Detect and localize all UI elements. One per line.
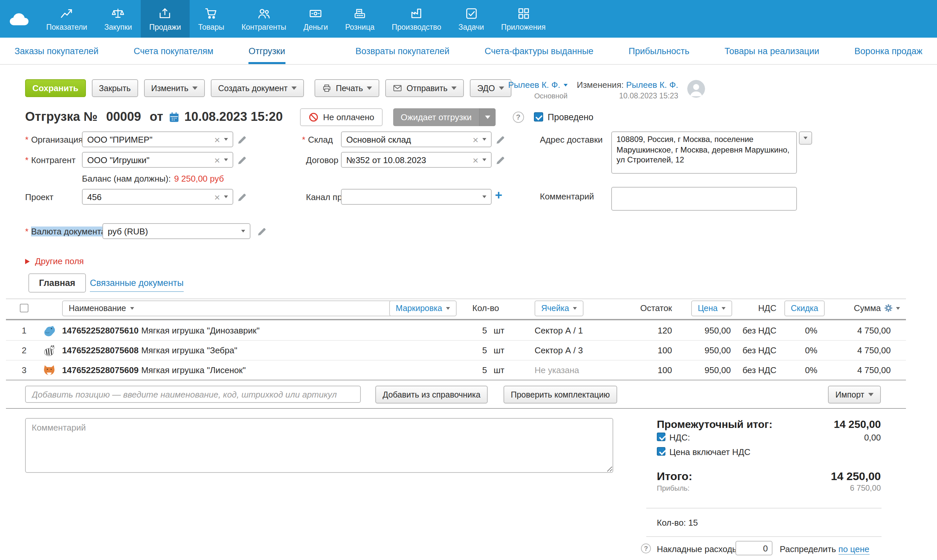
product-thumbnail-fox[interactable] bbox=[42, 363, 62, 377]
overhead-label: Накладные расходы bbox=[657, 544, 738, 554]
clear-icon[interactable]: × bbox=[473, 134, 478, 144]
nav-indicators[interactable]: Показатели bbox=[38, 0, 96, 38]
create-document-button[interactable]: Создать документ bbox=[211, 79, 304, 97]
clear-icon[interactable]: × bbox=[214, 134, 220, 144]
document-number[interactable]: 00009 bbox=[106, 109, 141, 124]
tab-main[interactable]: Главная bbox=[28, 273, 86, 292]
nav-money[interactable]: Деньги bbox=[295, 0, 336, 38]
delivery-address-expand-button[interactable] bbox=[799, 131, 812, 145]
save-button[interactable]: Сохранить bbox=[25, 79, 86, 97]
vat-checkbox[interactable] bbox=[657, 432, 666, 441]
profit-value: 6 750,00 bbox=[850, 483, 881, 493]
other-fields-toggle[interactable]: Другие поля bbox=[25, 256, 84, 266]
position-row[interactable]: 3 1476522528075609Мягкая игрушка "Лисено… bbox=[6, 360, 906, 380]
organization-select[interactable]: ООО "ПРИМЕР" × bbox=[82, 131, 233, 147]
nav-retail[interactable]: Розница bbox=[337, 0, 383, 38]
column-cell-button[interactable]: Ячейка bbox=[535, 300, 584, 316]
chevron-down-icon bbox=[721, 307, 726, 309]
user-menu[interactable]: Рылеев К. Ф. bbox=[508, 80, 568, 90]
column-price-button[interactable]: Цена bbox=[691, 300, 732, 316]
currency-select[interactable]: руб (RUB) bbox=[102, 223, 250, 239]
document-comment-textarea[interactable] bbox=[25, 418, 613, 473]
add-from-catalog-button[interactable]: Добавить из справочника bbox=[375, 386, 488, 403]
nav-goods[interactable]: Товары bbox=[190, 0, 233, 38]
select-all-checkbox[interactable] bbox=[20, 304, 28, 312]
edit-organization-icon[interactable] bbox=[237, 135, 247, 145]
nav-counterparties[interactable]: Контрагенты bbox=[233, 0, 295, 38]
chevron-down-icon bbox=[451, 86, 456, 90]
balance-value: 9 250,00 руб bbox=[174, 174, 224, 183]
state-dropdown[interactable] bbox=[479, 108, 496, 126]
subnav-customer-returns[interactable]: Возвраты покупателей bbox=[356, 38, 450, 64]
check-kit-button[interactable]: Проверить комплектацию bbox=[504, 386, 617, 403]
chevron-down-icon bbox=[573, 307, 577, 309]
document-state-button[interactable]: Ожидает отгрузки bbox=[393, 108, 496, 126]
edit-project-icon[interactable] bbox=[237, 192, 247, 203]
nav-production[interactable]: Производство bbox=[383, 0, 450, 38]
overhead-help-icon[interactable]: ? bbox=[641, 543, 651, 553]
project-select[interactable]: 456 × bbox=[82, 189, 233, 205]
contract-select[interactable]: №352 от 10.08.2023 × bbox=[341, 152, 492, 168]
tab-related-documents[interactable]: Связанные документы bbox=[90, 278, 184, 292]
clear-icon[interactable]: × bbox=[473, 155, 478, 165]
edit-counterparty-icon[interactable] bbox=[237, 155, 247, 166]
counterparty-select[interactable]: ООО "Игрушки" × bbox=[82, 152, 233, 168]
calendar-icon[interactable] bbox=[168, 111, 180, 123]
nav-sales[interactable]: Продажи bbox=[141, 0, 190, 38]
nav-apps[interactable]: Приложения bbox=[493, 0, 555, 38]
app-logo[interactable] bbox=[0, 0, 38, 38]
warehouse-select[interactable]: Основной склад × bbox=[341, 131, 492, 147]
subnav-customer-orders[interactable]: Заказы покупателей bbox=[15, 38, 99, 64]
print-button[interactable]: Печать bbox=[315, 79, 380, 97]
changes-user-link[interactable]: Рылеев К. Ф. bbox=[626, 80, 678, 90]
clear-icon[interactable]: × bbox=[214, 192, 220, 202]
price-includes-vat-label: Цена включает НДС bbox=[669, 447, 751, 457]
chevron-down-icon bbox=[446, 307, 450, 309]
subnav-sales-funnel[interactable]: Воронка продаж bbox=[854, 38, 922, 64]
edit-currency-icon[interactable] bbox=[256, 226, 267, 237]
totals-divider bbox=[646, 508, 882, 509]
subnav-shipments[interactable]: Отгрузки bbox=[248, 38, 285, 64]
current-user: Рылеев К. Ф. Основной bbox=[508, 80, 568, 100]
product-thumbnail-dino[interactable] bbox=[42, 323, 62, 337]
edit-warehouse-icon[interactable] bbox=[495, 135, 505, 145]
position-row[interactable]: 2 1476522528075608Мягкая игрушка "Зебра"… bbox=[6, 340, 906, 360]
add-position-input[interactable] bbox=[25, 386, 361, 403]
delivery-address-field[interactable]: 108809, Россия, г Москва, поселение Мару… bbox=[611, 131, 797, 174]
subnav-consignment-goods[interactable]: Товары на реализации bbox=[724, 38, 819, 64]
close-button[interactable]: Закрыть bbox=[91, 79, 138, 97]
subnav-customer-invoices[interactable]: Счета покупателям bbox=[134, 38, 213, 64]
nav-tasks[interactable]: Задачи bbox=[450, 0, 493, 38]
clear-icon[interactable]: × bbox=[214, 155, 220, 165]
column-name-button[interactable]: Наименование bbox=[62, 300, 393, 316]
subnav-issued-invoices[interactable]: Счета-фактуры выданные bbox=[485, 38, 593, 64]
import-button[interactable]: Импорт bbox=[828, 386, 881, 403]
edit-contract-icon[interactable] bbox=[495, 155, 505, 166]
column-marking-button[interactable]: Маркировка bbox=[389, 300, 456, 316]
document-datetime[interactable]: 10.08.2023 15:20 bbox=[184, 109, 283, 124]
add-sales-channel-icon[interactable]: + bbox=[495, 190, 502, 201]
send-button[interactable]: Отправить bbox=[385, 79, 464, 97]
subnav-profitability[interactable]: Прибыльность bbox=[629, 38, 689, 64]
edo-button[interactable]: ЭДО bbox=[470, 79, 512, 97]
column-settings-gear-icon[interactable] bbox=[884, 304, 893, 312]
column-sum-header: Сумма bbox=[854, 303, 881, 313]
form-comment-field[interactable] bbox=[611, 187, 797, 211]
edit-menu-button[interactable]: Изменить bbox=[144, 79, 205, 97]
approved-checkbox[interactable] bbox=[534, 112, 543, 122]
avatar[interactable] bbox=[687, 80, 706, 98]
overhead-input[interactable] bbox=[735, 541, 772, 555]
column-discount-button[interactable]: Скидка bbox=[784, 300, 825, 316]
contract-label: Договор bbox=[306, 155, 338, 165]
help-icon[interactable]: ? bbox=[513, 111, 524, 123]
distribute-by-price-link[interactable]: по цене bbox=[838, 544, 869, 555]
position-row[interactable]: 1 1476522528075610Мягкая игрушка "Диноза… bbox=[6, 320, 906, 340]
nav-purchases[interactable]: Закупки bbox=[96, 0, 141, 38]
price-includes-vat-checkbox[interactable] bbox=[657, 447, 666, 456]
sales-channel-select[interactable] bbox=[341, 189, 492, 205]
document-title-row: Отгрузка № 00009 от 10.08.2023 15:20 Не … bbox=[25, 107, 593, 127]
chevron-down-icon bbox=[564, 83, 568, 86]
chevron-down-icon bbox=[130, 307, 134, 309]
envelope-icon bbox=[393, 83, 402, 93]
product-thumbnail-zebra[interactable] bbox=[42, 343, 62, 357]
